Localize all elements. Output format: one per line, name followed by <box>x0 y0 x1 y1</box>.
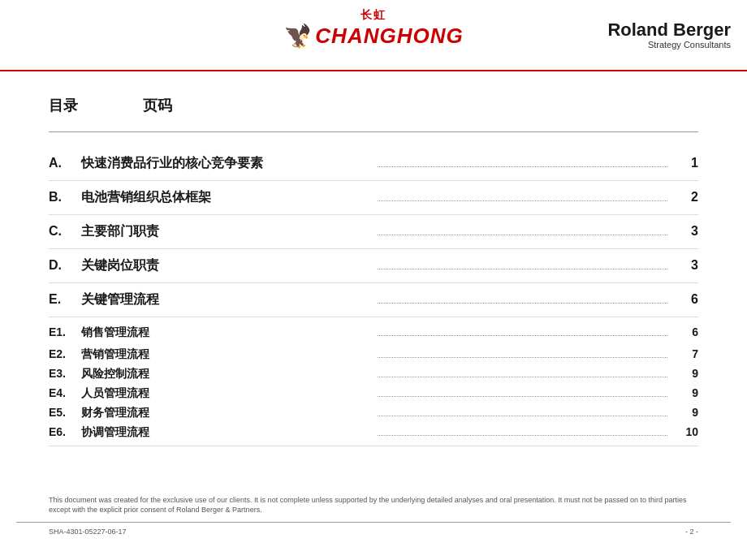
toc-dots-e5 <box>378 416 667 416</box>
toc-title-a: 快速消费品行业的核心竞争要素 <box>81 155 371 172</box>
changhong-brand-text: CHANGHONG <box>315 24 463 49</box>
toc-title-d: 关键岗位职责 <box>81 257 371 274</box>
toc-sub-page-e2: 7 <box>674 347 698 360</box>
footer-page-number: - 2 - <box>685 528 698 536</box>
toc-entry-e5: E5. 财务管理流程 9 <box>49 403 698 423</box>
roland-berger-name: Roland Berger <box>607 20 731 40</box>
toc-entry-d: D. 关键岗位职责 3 <box>49 249 698 283</box>
toc-page-e: 6 <box>674 292 698 307</box>
toc-entry-e4: E4. 人员管理流程 9 <box>49 384 698 403</box>
toc-sub-letter-e2: E2. <box>49 347 81 360</box>
toc-entry-e2: E2. 营销管理流程 7 <box>49 345 698 364</box>
toc-entry-e1: E1. 销售管理流程 6 <box>49 321 698 345</box>
toc-entry-e6: E6. 协调管理流程 10 <box>49 423 698 442</box>
toc-dots-b <box>378 200 667 201</box>
roland-berger-logo: Roland Berger Strategy Consultants <box>607 20 731 50</box>
footer: This document was created for the exclus… <box>0 495 747 536</box>
toc-sub-title-e2: 营销管理流程 <box>81 347 371 362</box>
toc-sub-page-e5: 9 <box>674 406 698 419</box>
toc-dots-e6 <box>378 435 667 436</box>
toc-page-c: 3 <box>674 224 698 239</box>
changhong-chinese-text: 长虹 <box>361 8 386 23</box>
toc-title-b: 电池营销组织总体框架 <box>81 189 371 206</box>
toc-title-e: 关键管理流程 <box>81 291 371 308</box>
toc-dots-e1 <box>378 335 667 336</box>
toc-page-d: 3 <box>674 258 698 273</box>
toc-dots-c <box>378 235 667 235</box>
toc-entry-b: B. 电池营销组织总体框架 2 <box>49 181 698 215</box>
toc-sub-letter-e1: E1. <box>49 325 81 338</box>
toc-dots-e2 <box>378 357 667 358</box>
toc-header: 目录 页码 <box>49 88 698 115</box>
toc-page-b: 2 <box>674 190 698 205</box>
toc-divider <box>49 131 698 132</box>
toc-col2-header: 页码 <box>143 96 172 115</box>
header: 长虹 🦅 CHANGHONG Roland Berger Strategy Co… <box>0 0 747 71</box>
toc-entry-e3: E3. 风险控制流程 9 <box>49 364 698 384</box>
toc-dots-e4 <box>378 396 667 397</box>
toc-page-a: 1 <box>674 156 698 170</box>
toc-entries: A. 快速消费品行业的核心竞争要素 1 B. 电池营销组织总体框架 2 C. 主… <box>49 147 698 446</box>
toc-sub-title-e6: 协调管理流程 <box>81 425 371 440</box>
changhong-bird-icon: 🦅 <box>283 23 312 50</box>
toc-letter-c: C. <box>49 224 81 239</box>
roland-berger-subtitle: Strategy Consultants <box>607 40 731 50</box>
toc-dots-a <box>378 166 667 167</box>
toc-dots-e <box>378 303 667 304</box>
toc-sub-page-e1: 6 <box>674 325 698 338</box>
toc-col1-header: 目录 <box>49 96 78 115</box>
toc-dots-e3 <box>378 377 667 377</box>
main-content: 目录 页码 A. 快速消费品行业的核心竞争要素 1 B. 电池营销组织总体框架 … <box>0 71 747 446</box>
toc-title-c: 主要部门职责 <box>81 223 371 240</box>
toc-sub-letter-e3: E3. <box>49 367 81 380</box>
toc-letter-a: A. <box>49 156 81 170</box>
toc-dots-d <box>378 269 667 269</box>
toc-sub-title-e1: 销售管理流程 <box>81 325 371 340</box>
toc-sub-letter-e5: E5. <box>49 406 81 419</box>
toc-sub-title-e4: 人员管理流程 <box>81 386 371 401</box>
toc-sub-page-e6: 10 <box>674 425 698 438</box>
toc-sub-letter-e6: E6. <box>49 425 81 438</box>
toc-sub-title-e3: 风险控制流程 <box>81 367 371 381</box>
footer-disclaimer: This document was created for the exclus… <box>16 495 731 515</box>
toc-letter-b: B. <box>49 190 81 205</box>
toc-letter-e: E. <box>49 292 81 307</box>
footer-reference: SHA-4301-05227-06-17 <box>49 528 127 536</box>
toc-sub-letter-e4: E4. <box>49 386 81 399</box>
toc-letter-d: D. <box>49 258 81 273</box>
footer-bottom: SHA-4301-05227-06-17 - 2 - <box>16 522 731 536</box>
toc-sub-section: E1. 销售管理流程 6 E2. 营销管理流程 7 E3. 风险控制流程 <box>49 317 698 446</box>
toc-entry-c: C. 主要部门职责 3 <box>49 215 698 249</box>
toc-entry-e: E. 关键管理流程 6 <box>49 283 698 317</box>
changhong-logo: 长虹 🦅 CHANGHONG <box>283 8 463 50</box>
toc-sub-page-e4: 9 <box>674 386 698 399</box>
toc-entry-a: A. 快速消费品行业的核心竞争要素 1 <box>49 147 698 181</box>
toc-sub-page-e3: 9 <box>674 367 698 380</box>
toc-sub-title-e5: 财务管理流程 <box>81 406 371 420</box>
